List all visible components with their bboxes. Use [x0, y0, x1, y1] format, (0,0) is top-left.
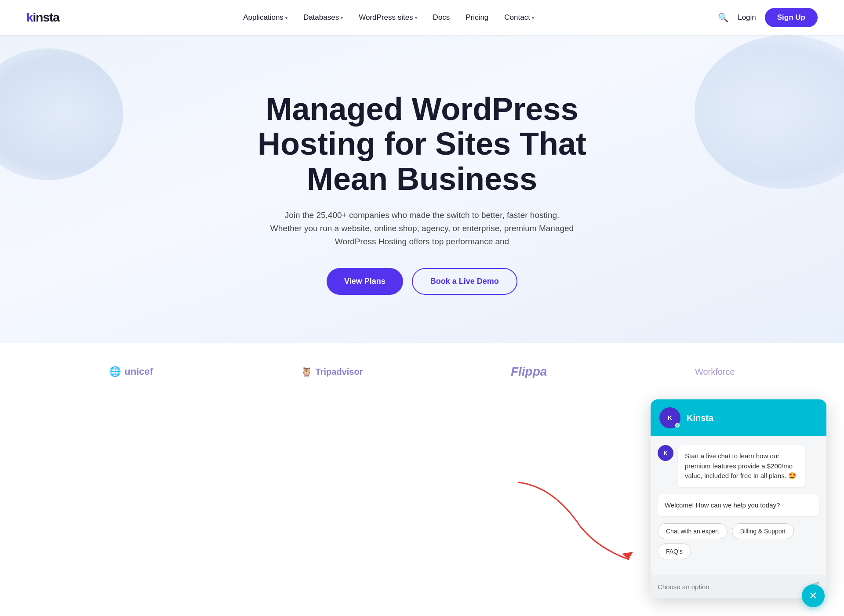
chevron-down-icon: ▾	[532, 15, 534, 20]
nav-applications[interactable]: Applications ▾	[243, 13, 287, 22]
nav-databases[interactable]: Databases ▾	[303, 13, 343, 22]
chevron-down-icon: ▾	[341, 15, 343, 20]
nav-docs[interactable]: Docs	[433, 13, 450, 22]
login-link[interactable]: Login	[738, 13, 756, 22]
nav-contact[interactable]: Contact ▾	[504, 13, 534, 22]
hero-section: Managed WordPress Hosting for Sites That…	[0, 35, 844, 343]
chat-widget: K Kinsta K Start a live chat to learn ho…	[651, 399, 826, 401]
chevron-down-icon: ▾	[415, 15, 417, 20]
chevron-down-icon: ▾	[285, 15, 287, 20]
brand-tripadvisor: 🦉 Tripadvisor	[301, 366, 363, 377]
chat-header: K Kinsta	[651, 399, 826, 401]
navbar: kinsta Applications ▾ Databases ▾ WordPr…	[0, 0, 844, 35]
nav-links: Applications ▾ Databases ▾ WordPress sit…	[243, 13, 534, 22]
hero-buttons: View Plans Book a Live Demo	[327, 268, 517, 295]
brand-unicef: 🌐 unicef	[109, 366, 153, 377]
search-icon[interactable]: 🔍	[718, 12, 729, 23]
brands-section: 🌐 unicef 🦉 Tripadvisor Flippa Workforce	[0, 343, 844, 401]
nav-pricing[interactable]: Pricing	[466, 13, 488, 22]
nav-wordpress-sites[interactable]: WordPress sites ▾	[359, 13, 417, 22]
hero-title: Managed WordPress Hosting for Sites That…	[246, 92, 598, 196]
signup-button[interactable]: Sign Up	[765, 8, 818, 27]
cloud-left-decoration	[0, 48, 123, 180]
brand-flippa: Flippa	[511, 365, 547, 379]
nav-actions: 🔍 Login Sign Up	[718, 8, 818, 27]
book-demo-button[interactable]: Book a Live Demo	[412, 268, 517, 295]
brand-workforce: Workforce	[695, 367, 735, 377]
logo[interactable]: kinsta	[26, 11, 59, 25]
hero-subtitle: Join the 25,400+ companies who made the …	[268, 209, 576, 249]
view-plans-button[interactable]: View Plans	[327, 268, 403, 295]
cloud-right-decoration	[695, 35, 844, 189]
